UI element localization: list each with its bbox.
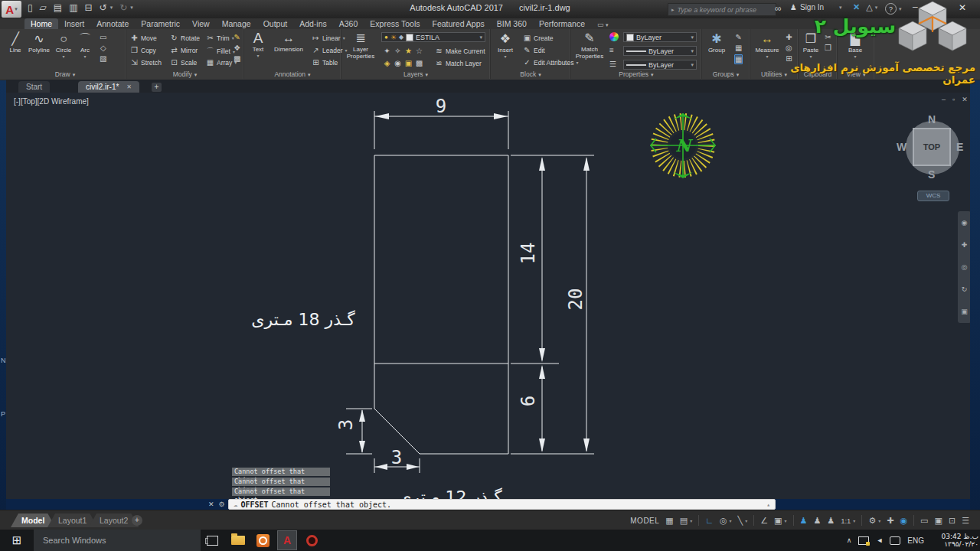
trim-tool[interactable]: ✂Trim▾ xyxy=(206,34,234,42)
layer-freeze-icon[interactable]: ★ xyxy=(404,47,413,55)
isolate-objects-icon[interactable]: ▭ xyxy=(920,516,928,526)
ortho-mode-icon[interactable]: ∟ xyxy=(705,516,714,525)
sign-in-button[interactable]: ♟ Sign In ▾ xyxy=(790,3,842,11)
chevron-down-icon[interactable]: ▾ xyxy=(875,5,878,11)
isometric-drafting-icon[interactable]: ╲ xyxy=(738,516,743,526)
copy-tool[interactable]: ❐Copy xyxy=(130,46,156,54)
viewcube-east[interactable]: E xyxy=(956,141,963,153)
file-tab-start[interactable]: Start xyxy=(18,81,50,93)
text-tool[interactable]: A Text ▾ xyxy=(247,31,269,58)
drawing-canvas[interactable]: 9 14 20 6 3 3 گـذر 18 مـتری گـذر 12 مـتر… xyxy=(6,93,970,499)
recent-commands-icon[interactable]: ☁ xyxy=(234,500,237,508)
tab-manage[interactable]: Manage xyxy=(216,18,257,29)
panel-title-properties[interactable]: Properties▾ xyxy=(571,70,701,79)
make-current-tool[interactable]: ≋ Make Current xyxy=(435,47,485,55)
explode-icon[interactable]: ❖ xyxy=(234,44,240,52)
polar-tracking-icon[interactable]: ◎ xyxy=(720,516,727,526)
pan-icon[interactable]: ✚ xyxy=(962,241,968,249)
tab-annotate[interactable]: Annotate xyxy=(90,18,135,29)
group-extra-tools[interactable]: ✎ ▦ ▦ xyxy=(734,33,743,64)
lineweight-combo[interactable]: ByLayer ▾ xyxy=(623,46,697,56)
autoscale-icon[interactable]: ♟ xyxy=(813,516,821,526)
tab-a360[interactable]: A360 xyxy=(333,18,364,29)
edit-block-tool[interactable]: ✎Edit xyxy=(523,46,545,54)
layer-state-icon[interactable]: ✦ xyxy=(383,47,391,55)
utilities-extra-tools[interactable]: ✚ ◎ ⊞ xyxy=(786,33,792,63)
draw-extra-tools[interactable]: ▭ ◇ ▨ xyxy=(100,33,106,63)
tab-express-tools[interactable]: Express Tools xyxy=(364,18,426,29)
clean-screen-icon[interactable]: ⊡ xyxy=(949,516,956,526)
linetype-combo[interactable]: ByLayer ▾ xyxy=(623,60,697,70)
linear-tool[interactable]: ↦Linear▾ xyxy=(312,34,345,42)
file-tab-document[interactable]: civil2.ir-1* ✕ xyxy=(78,81,139,93)
object-snap-tracking-icon[interactable]: ∠ xyxy=(760,516,768,526)
viewport-minimize-icon[interactable]: ‒ xyxy=(942,96,946,103)
layer-walk-icon[interactable]: ◉ xyxy=(394,59,402,67)
object-color-combo[interactable]: ByLayer ▾ xyxy=(623,32,697,42)
stretch-tool[interactable]: ⇲Stretch xyxy=(130,58,162,67)
tab-addins[interactable]: Add-ins xyxy=(293,18,333,29)
customize-wrench-icon[interactable]: ⚙ xyxy=(219,500,225,508)
rotate-tool[interactable]: ↻Rotate xyxy=(170,34,200,42)
network-icon[interactable] xyxy=(858,536,869,545)
arc-tool[interactable]: ⌒ Arc ▾ xyxy=(75,31,95,59)
ungroup-icon[interactable]: ▦ xyxy=(735,44,742,52)
layer-delete-icon[interactable]: ▩ xyxy=(415,59,423,67)
new-tab-button[interactable]: + xyxy=(152,83,162,92)
point-icon[interactable]: ◎ xyxy=(786,44,792,52)
erase-icon[interactable]: ✎ xyxy=(234,33,240,41)
wcs-button[interactable]: WCS xyxy=(917,191,949,201)
layer-row-icons-1[interactable]: ✦ ✧ ★ ☆ xyxy=(383,47,423,55)
fade-icon[interactable]: ▩ xyxy=(234,54,240,63)
object-snap-icon[interactable]: ▣ xyxy=(774,516,782,526)
panel-title-layers[interactable]: Layers▾ xyxy=(341,70,490,79)
new-layout-button[interactable]: + xyxy=(132,515,142,526)
annotation-scale-icon[interactable]: ♟ xyxy=(827,516,835,526)
tab-bim360[interactable]: BIM 360 xyxy=(491,18,533,29)
tab-parametric[interactable]: Parametric xyxy=(135,18,186,29)
group-select-icon[interactable]: ▦ xyxy=(734,54,743,64)
viewport-close-icon[interactable]: ✕ xyxy=(962,96,968,103)
layer-lock-fade-icon[interactable]: ◈ xyxy=(383,59,391,67)
navigation-bar[interactable]: ◉ ✚ ◎ ↻ ▣ xyxy=(958,211,970,323)
showmotion-icon[interactable]: ▣ xyxy=(961,308,968,315)
close-command-icon[interactable]: ✕ xyxy=(208,500,214,508)
viewcube-north[interactable]: N xyxy=(928,113,936,126)
search-binoculars-icon[interactable]: ∞ xyxy=(775,3,782,14)
linetype-icon[interactable]: ☰ xyxy=(609,60,616,68)
tab-home[interactable]: Home xyxy=(24,18,58,29)
edit-attributes-tool[interactable]: ✓Edit Attributes▾ xyxy=(523,58,578,67)
taskbar-clock[interactable]: 03:42 ب.ظ ۱۳۹۵/۰۲/۲۰ xyxy=(931,533,978,548)
viewcube-west[interactable]: W xyxy=(897,141,906,153)
taskbar-search-input[interactable]: Search Windows xyxy=(34,530,201,551)
insert-block-tool[interactable]: ❖ Insert ▾ xyxy=(492,31,518,59)
orbit-icon[interactable]: ↻ xyxy=(962,285,968,293)
grid-display-icon[interactable]: ▦ xyxy=(665,516,673,526)
layer-properties-tool[interactable]: ≣ Layer Properties xyxy=(343,31,378,60)
tab-insert[interactable]: Insert xyxy=(58,18,90,29)
search-toggle-icon[interactable]: ▸ xyxy=(671,7,675,13)
task-view-button[interactable] xyxy=(201,530,224,551)
hatch-icon[interactable]: ▨ xyxy=(100,54,106,63)
panel-title-draw[interactable]: Draw▾ xyxy=(5,70,126,79)
screen-recorder-button[interactable] xyxy=(300,530,323,551)
fillet-tool[interactable]: ⌒Fillet▾ xyxy=(206,46,235,57)
create-block-tool[interactable]: ▣Create xyxy=(523,34,554,42)
panel-title-modify[interactable]: Modify▾ xyxy=(126,70,243,79)
layer-isolate-icon[interactable]: ✧ xyxy=(394,47,402,55)
viewcube-top-face[interactable]: TOP xyxy=(913,128,951,166)
annotation-visibility-icon[interactable]: ♟ xyxy=(800,516,808,526)
color-wheel-icon[interactable] xyxy=(609,32,619,41)
command-input[interactable]: ☁ OFFSET Cannot offset that object. ▴ xyxy=(228,499,776,510)
ellipse-icon[interactable]: ◇ xyxy=(100,44,106,52)
polyline-tool[interactable]: ∿ Polyline xyxy=(25,31,53,54)
workspace-switching-icon[interactable]: ⚙ xyxy=(868,516,876,526)
annotation-scale-value[interactable]: 1:1 xyxy=(841,517,851,525)
group-edit-icon[interactable]: ✎ xyxy=(736,33,742,41)
match-properties-tool[interactable]: ✎ Match Properties xyxy=(573,31,606,60)
rectangle-icon[interactable]: ▭ xyxy=(100,33,106,41)
quick-select-icon[interactable]: ✚ xyxy=(786,33,792,41)
hardware-acceleration-icon[interactable]: ◉ xyxy=(900,516,907,526)
language-indicator[interactable]: ENG xyxy=(907,536,924,545)
graphics-performance-icon[interactable]: ▣ xyxy=(935,516,942,526)
